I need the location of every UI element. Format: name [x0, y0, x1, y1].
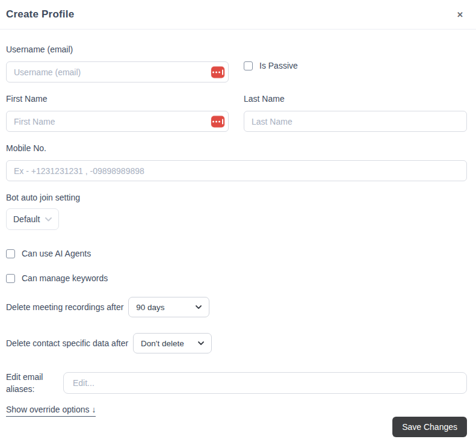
password-autofill-icon[interactable] [211, 116, 224, 127]
is-passive-checkbox[interactable] [244, 61, 253, 70]
row-names: First Name Last Name [6, 94, 467, 132]
ai-agents-checkbox-row[interactable]: Can use AI Agents [6, 249, 467, 258]
keywords-checkbox[interactable] [6, 274, 15, 283]
mobile-label: Mobile No. [6, 143, 467, 153]
is-passive-checkbox-row[interactable]: Is Passive [244, 61, 467, 70]
bot-auto-join-select[interactable]: Default [6, 208, 59, 230]
first-name-input[interactable] [6, 111, 229, 132]
email-aliases-input[interactable] [63, 372, 467, 394]
row-bot-auto-join: Bot auto join setting Default [6, 193, 467, 230]
is-passive-label: Is Passive [259, 61, 298, 70]
chevron-down-icon [45, 217, 52, 222]
row-email-aliases: Edit email aliases: [6, 371, 467, 396]
username-input[interactable] [6, 61, 229, 82]
delete-recordings-value: 90 days [136, 303, 164, 312]
mobile-input[interactable] [6, 160, 467, 181]
row-username: Username (email) Is Passive [6, 45, 467, 82]
last-name-label: Last Name [244, 94, 467, 104]
row-delete-contact-data: Delete contact specific data after Don't… [6, 333, 467, 353]
first-name-label: First Name [6, 94, 229, 104]
delete-contact-data-value: Don't delete [141, 339, 184, 348]
show-override-options-link[interactable]: Show override options ↓ [6, 405, 96, 417]
row-mobile: Mobile No. [6, 143, 467, 181]
last-name-input[interactable] [244, 111, 467, 132]
delete-contact-data-label: Delete contact specific data after [6, 338, 128, 348]
row-delete-recordings: Delete meeting recordings after 90 days [6, 297, 467, 317]
keywords-label: Can manage keywords [22, 273, 108, 283]
create-profile-modal: Create Profile ✕ Username (email) Is Pas… [0, 0, 476, 448]
delete-recordings-select[interactable]: 90 days [128, 297, 209, 317]
password-autofill-icon[interactable] [211, 66, 224, 78]
modal-body: Username (email) Is Passive First Name [0, 30, 476, 417]
bot-auto-join-label: Bot auto join setting [6, 193, 467, 202]
modal-header: Create Profile ✕ [0, 0, 476, 30]
username-label: Username (email) [6, 45, 229, 54]
save-changes-button[interactable]: Save Changes [392, 417, 467, 437]
chevron-down-icon [198, 341, 204, 345]
email-aliases-label: Edit email aliases: [6, 371, 63, 396]
modal-footer: Save Changes [0, 417, 476, 448]
delete-contact-data-select[interactable]: Don't delete [133, 333, 212, 353]
chevron-down-icon [196, 305, 202, 309]
delete-recordings-label: Delete meeting recordings after [6, 302, 123, 312]
page-title: Create Profile [6, 8, 74, 20]
bot-auto-join-value: Default [13, 214, 40, 224]
ai-agents-checkbox[interactable] [6, 249, 15, 258]
ai-agents-label: Can use AI Agents [22, 249, 91, 258]
close-icon[interactable]: ✕ [454, 8, 466, 21]
keywords-checkbox-row[interactable]: Can manage keywords [6, 273, 467, 283]
